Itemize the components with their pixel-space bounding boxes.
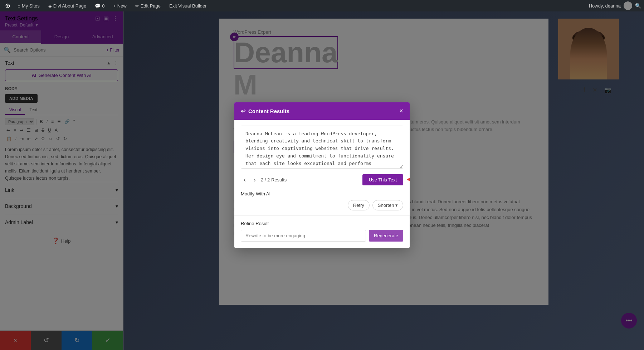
modal-close-icon: ×	[399, 107, 403, 115]
arrow-head	[407, 178, 410, 182]
divi-about-link[interactable]: ◈ Divi About Page	[45, 0, 90, 11]
wp-icon: ⊕	[3, 2, 13, 10]
shorten-button[interactable]: Shorten ▾	[372, 200, 403, 210]
nav-total: 2	[267, 177, 270, 183]
nav-current: 2	[261, 177, 263, 183]
my-sites-icon: ⌂	[18, 3, 20, 9]
modify-buttons: Retry Shorten ▾	[241, 200, 403, 210]
modal-title-label: Content Results	[248, 108, 289, 114]
regenerate-label: Regenerate	[374, 233, 398, 238]
nav-info: 2 / 2 Results	[261, 177, 287, 183]
comments-link[interactable]: 💬 0	[91, 0, 108, 11]
retry-label: Retry	[353, 203, 364, 208]
modal-refine: Refine Result Regenerate	[234, 215, 410, 248]
modal-modify: Modify With AI Retry Shorten ▾	[234, 191, 410, 215]
edit-icon: ✏	[135, 3, 139, 9]
modal-overlay[interactable]: ↩ Content Results × Deanna McLean is a l…	[0, 0, 644, 350]
red-arrow-line	[407, 179, 410, 180]
nav-label: Results	[271, 177, 287, 183]
prev-icon: ‹	[244, 176, 246, 183]
regenerate-button[interactable]: Regenerate	[369, 230, 403, 242]
modal-body: Deanna McLean is a leading WordPress dev…	[234, 120, 410, 191]
modal-close-button[interactable]: ×	[399, 107, 403, 115]
edit-page-label: Edit Page	[141, 3, 161, 9]
new-label: + New	[113, 3, 126, 9]
exit-builder-label: Exit Visual Builder	[169, 3, 207, 9]
my-sites-link[interactable]: ⌂ My Sites	[14, 0, 43, 11]
refine-row: Regenerate	[241, 230, 403, 242]
retry-button[interactable]: Retry	[348, 200, 370, 210]
refine-input[interactable]	[241, 230, 366, 242]
modal-header: ↩ Content Results ×	[234, 102, 410, 120]
modal-text-area[interactable]: Deanna McLean is a leading WordPress dev…	[241, 126, 403, 169]
search-icon[interactable]: 🔍	[635, 3, 641, 9]
modal-back-icon: ↩	[241, 108, 245, 115]
topbar: ⊕ ⌂ My Sites ◈ Divi About Page 💬 0 + New…	[0, 0, 644, 11]
use-text-button[interactable]: Use This Text	[362, 174, 403, 185]
use-text-container: Use This Text	[362, 174, 403, 185]
my-sites-label: My Sites	[22, 3, 40, 9]
shorten-label: Shorten ▾	[378, 203, 398, 208]
use-text-label: Use This Text	[369, 177, 397, 183]
refine-label: Refine Result	[241, 221, 403, 226]
comments-count: 0	[102, 3, 104, 9]
next-icon: ›	[254, 176, 256, 183]
modify-label: Modify With AI	[241, 191, 403, 196]
divi-icon: ◈	[48, 3, 52, 9]
modal-nav: ‹ › 2 / 2 Results Use This T	[241, 174, 403, 185]
exit-builder-link[interactable]: Exit Visual Builder	[166, 0, 210, 11]
new-link[interactable]: + New	[109, 0, 130, 11]
modal-title: ↩ Content Results	[241, 108, 289, 115]
modal-next-button[interactable]: ›	[251, 175, 259, 185]
topbar-right: Howdy, deanna 🔍	[589, 1, 641, 10]
howdy-label: Howdy, deanna	[589, 3, 621, 9]
divi-about-label: Divi About Page	[53, 3, 87, 9]
avatar[interactable]	[624, 1, 632, 10]
content-results-modal: ↩ Content Results × Deanna McLean is a l…	[234, 102, 410, 248]
modal-prev-button[interactable]: ‹	[241, 175, 249, 185]
modal-pagination: ‹ › 2 / 2 Results	[241, 175, 287, 185]
comment-icon: 💬	[95, 3, 101, 9]
edit-page-link[interactable]: ✏ Edit Page	[132, 0, 164, 11]
red-arrow-container	[407, 179, 410, 180]
